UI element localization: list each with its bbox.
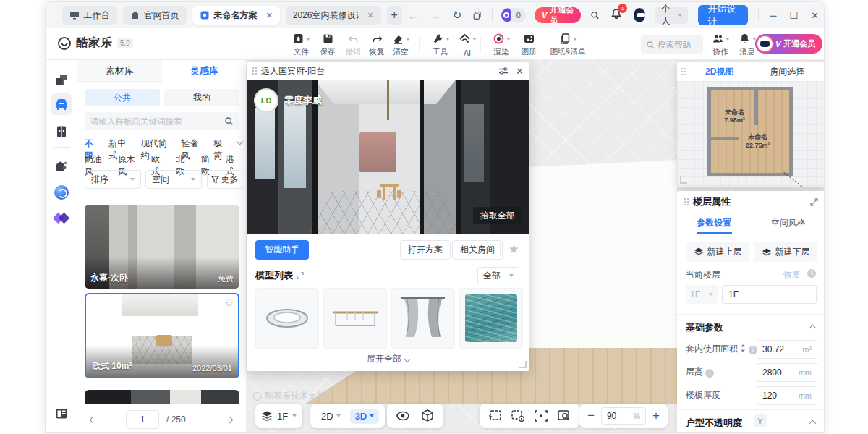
history-clock-icon[interactable] bbox=[807, 268, 817, 278]
render-sphere-tool[interactable] bbox=[51, 182, 72, 203]
model-filter-select[interactable]: 全部 bbox=[477, 267, 519, 284]
scope-public[interactable]: 公共 bbox=[85, 89, 160, 106]
collapse-section-icon[interactable] bbox=[809, 325, 817, 332]
expand-all-button[interactable]: 展开全部 bbox=[247, 353, 529, 365]
model-card-curtain[interactable] bbox=[391, 288, 455, 349]
vip-upgrade-pill[interactable]: V 开通会员 bbox=[755, 34, 822, 54]
window-maximize-button[interactable]: ☐ bbox=[789, 10, 798, 21]
page-next-icon[interactable] bbox=[226, 416, 234, 423]
swap-icon[interactable] bbox=[740, 344, 746, 352]
model-card-ceiling-lamp[interactable] bbox=[255, 288, 319, 349]
brand-tool[interactable] bbox=[51, 208, 72, 229]
model-card-teal-material[interactable] bbox=[459, 288, 523, 349]
sample-panel-header[interactable]: 远大国宾府-阳台 ✕ bbox=[247, 62, 529, 80]
ai-button[interactable]: AI bbox=[453, 31, 482, 58]
view-3d-button[interactable]: 3D bbox=[350, 409, 380, 424]
start-design-button[interactable]: 开始设计 bbox=[698, 5, 749, 25]
help-search[interactable] bbox=[641, 35, 703, 54]
tab-room-select[interactable]: 房间选择 bbox=[754, 66, 822, 78]
floor-select[interactable]: 1F bbox=[686, 285, 718, 304]
zoom-level[interactable]: % bbox=[601, 407, 646, 425]
scope-mine[interactable]: 我的 bbox=[164, 89, 239, 106]
close-panel-icon[interactable]: ✕ bbox=[516, 66, 524, 77]
new-tab-button[interactable]: + bbox=[387, 6, 402, 25]
zoom-region-icon[interactable] bbox=[557, 409, 571, 422]
slab-thickness-input[interactable]: 120 mm bbox=[757, 386, 817, 405]
sort-select[interactable]: 排序 bbox=[85, 170, 141, 189]
page-prev-icon[interactable] bbox=[90, 416, 97, 423]
tab-2026-design[interactable]: 2026室内装修设计、... ✕ bbox=[286, 6, 381, 25]
file-button[interactable]: 文件 bbox=[286, 31, 315, 58]
tab-parameter-settings[interactable]: 参数设置 bbox=[677, 213, 752, 234]
page-input[interactable] bbox=[126, 410, 159, 429]
model-card-drying-rack[interactable] bbox=[323, 288, 387, 349]
eye-icon[interactable] bbox=[396, 409, 410, 423]
drag-handle-icon[interactable] bbox=[252, 67, 257, 75]
zoom-out-button[interactable]: − bbox=[585, 409, 597, 423]
info-icon[interactable]: i bbox=[749, 346, 757, 354]
floorplan[interactable]: 未命名7.98m² 未命名22.75m² bbox=[707, 87, 793, 176]
pick-all-button[interactable]: 拾取全部 bbox=[473, 207, 522, 224]
window-minimize-button[interactable]: ─ bbox=[770, 10, 776, 21]
panel-layout-toggle[interactable] bbox=[51, 403, 72, 425]
collab-button[interactable]: 协作 bbox=[706, 31, 735, 58]
window-close-button[interactable]: ✕ bbox=[811, 10, 819, 21]
related-rooms-button[interactable]: 相关房间 bbox=[452, 240, 503, 260]
account-menu[interactable]: 个人 bbox=[655, 7, 687, 24]
floorplan-map[interactable]: 未命名7.98m² 未命名22.75m² bbox=[677, 81, 825, 187]
new-lower-floor-button[interactable]: 新建下层 bbox=[754, 242, 817, 262]
more-filters-button[interactable]: 更多 bbox=[207, 170, 242, 189]
smart-assistant-button[interactable]: 智能助手 bbox=[255, 240, 309, 260]
expand-panel-icon[interactable] bbox=[810, 198, 818, 206]
album-button[interactable]: 图册 bbox=[514, 31, 543, 58]
info-icon[interactable]: i bbox=[705, 369, 714, 378]
tab-space-style[interactable]: 空间风格 bbox=[752, 213, 825, 234]
tab-inspiration-library[interactable]: 灵感库 bbox=[162, 60, 247, 82]
favorite-star-icon[interactable]: ★ bbox=[224, 296, 234, 307]
open-plan-button[interactable]: 打开方案 bbox=[400, 240, 451, 260]
help-search-input[interactable] bbox=[658, 41, 698, 49]
area-input[interactable]: 30.72 m² bbox=[757, 340, 817, 359]
collapse-section-icon[interactable] bbox=[809, 420, 817, 427]
furnishing-tool[interactable] bbox=[51, 93, 72, 115]
resize-handle[interactable] bbox=[680, 176, 687, 184]
custom-cabinet-tool[interactable] bbox=[51, 121, 72, 142]
floor-height-input[interactable]: 2800 mm bbox=[757, 363, 817, 382]
floorplan-tool[interactable] bbox=[51, 69, 72, 90]
duplicate-icon[interactable] bbox=[473, 10, 482, 21]
zoom-input[interactable] bbox=[607, 411, 624, 421]
select-settings-icon[interactable] bbox=[511, 409, 525, 422]
drawings-list-button[interactable]: 图纸&清单 bbox=[545, 31, 591, 58]
plugins-tool[interactable] bbox=[51, 156, 72, 177]
coin-balance[interactable]: 0 bbox=[501, 8, 526, 22]
template-card-oushi[interactable]: ★ 欧式 10m² 2022/03/01 bbox=[85, 293, 239, 378]
floor-properties-header[interactable]: 楼层属性 bbox=[677, 191, 825, 213]
nav-back-icon[interactable]: ← bbox=[408, 9, 419, 22]
favorite-star-icon[interactable]: ★ bbox=[509, 242, 519, 257]
floor-name-input[interactable] bbox=[722, 285, 817, 304]
assistant-avatar[interactable] bbox=[634, 8, 645, 22]
restore-button[interactable]: 恢复 bbox=[783, 269, 801, 281]
sample-room-photo[interactable]: LD 零度李威 拾取全部 bbox=[247, 80, 529, 234]
close-tab-icon[interactable]: ✕ bbox=[367, 11, 374, 20]
author-avatar[interactable]: LD bbox=[254, 88, 278, 113]
save-button[interactable]: 保存 bbox=[313, 31, 342, 58]
adjust-icon[interactable] bbox=[498, 67, 509, 75]
focus-target-icon[interactable] bbox=[534, 409, 548, 422]
template-search[interactable] bbox=[85, 112, 239, 130]
tools-button[interactable]: 工具 bbox=[426, 31, 455, 58]
render-button[interactable]: 渲染 bbox=[487, 31, 516, 58]
drag-handle-icon[interactable] bbox=[684, 198, 689, 205]
tab-material-library[interactable]: 素材库 bbox=[77, 60, 162, 82]
template-search-input[interactable] bbox=[90, 117, 224, 126]
refresh-icon[interactable]: ↻ bbox=[453, 9, 462, 22]
space-select[interactable]: 空间 bbox=[145, 170, 202, 189]
nav-forward-icon[interactable]: → bbox=[430, 9, 441, 22]
vip-upgrade-button[interactable]: V 开通会员 bbox=[535, 7, 582, 23]
expand-corner-icon[interactable] bbox=[297, 272, 304, 279]
tab-2d-view[interactable]: 2D视图 bbox=[686, 66, 754, 78]
zoom-in-button[interactable]: + bbox=[650, 409, 662, 423]
clear-button[interactable]: 清空 bbox=[386, 31, 415, 58]
cube-icon[interactable] bbox=[420, 409, 435, 423]
view-2d-button[interactable]: 2D bbox=[316, 409, 346, 424]
